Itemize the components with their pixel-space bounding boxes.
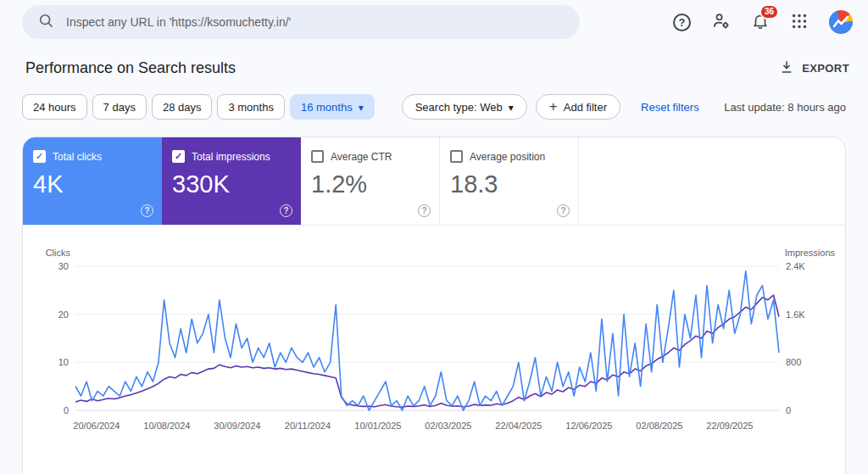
total-impressions-checkbox[interactable] [172, 150, 185, 163]
chevron-down-icon [509, 101, 514, 114]
export-button[interactable]: EXPORT [779, 59, 849, 77]
help-icon[interactable] [418, 204, 431, 217]
metric-label: Average position [470, 151, 545, 163]
page-header: Performance on Search results EXPORT [0, 44, 868, 87]
download-icon [779, 59, 794, 77]
add-filter-button[interactable]: Add filter [536, 94, 620, 120]
svg-text:20: 20 [58, 309, 69, 320]
metric-value: 18.3 [450, 172, 568, 197]
url-inspect-input[interactable] [66, 15, 565, 29]
apps-grid-button[interactable] [790, 12, 809, 33]
svg-text:22/04/2025: 22/04/2025 [495, 421, 542, 431]
metric-label: Total impressions [192, 151, 270, 163]
search-type-dropdown[interactable]: Search type: Web [402, 94, 527, 120]
url-inspect-searchbox[interactable] [22, 5, 580, 39]
metric-tile-total-impressions[interactable]: Total impressions 330K [162, 137, 301, 225]
svg-text:10: 10 [58, 357, 69, 367]
date-range-28-days[interactable]: 28 days [152, 94, 213, 120]
date-range-7-days[interactable]: 7 days [92, 94, 147, 120]
date-range-24-hours[interactable]: 24 hours [22, 94, 87, 120]
svg-text:30/09/2024: 30/09/2024 [214, 421, 260, 431]
search-console-logo[interactable] [829, 10, 853, 34]
svg-text:02/08/2025: 02/08/2025 [636, 421, 682, 431]
average-position-checkbox[interactable] [450, 150, 463, 163]
search-type-label: Search type: Web [415, 101, 503, 114]
svg-text:20/06/2024: 20/06/2024 [73, 421, 120, 431]
svg-text:10/08/2024: 10/08/2024 [143, 421, 190, 431]
performance-card: Total clicks 4K Total impressions 330K A… [22, 137, 846, 474]
performance-chart[interactable]: 0010800201.6K302.4KClicksImpressions20/0… [23, 226, 845, 444]
svg-text:30: 30 [58, 261, 69, 271]
svg-text:Clicks: Clicks [46, 248, 71, 258]
svg-text:22/09/2025: 22/09/2025 [706, 421, 753, 431]
total-clicks-checkbox[interactable] [33, 150, 46, 163]
help-icon [673, 14, 691, 31]
svg-text:20/11/2024: 20/11/2024 [285, 421, 331, 431]
metric-tile-total-clicks[interactable]: Total clicks 4K [23, 137, 162, 225]
help-icon[interactable] [280, 204, 292, 217]
svg-text:02/03/2025: 02/03/2025 [425, 421, 471, 431]
metric-label: Total clicks [53, 151, 102, 163]
metric-value: 330K [172, 172, 291, 197]
apps-grid-icon [790, 12, 809, 33]
user-settings-icon [711, 11, 731, 33]
metric-tile-average-position[interactable]: Average position 18.3 [440, 137, 579, 225]
date-range-label: 16 months [301, 101, 353, 114]
clicks-impressions-chart[interactable]: 0010800201.6K302.4KClicksImpressions20/0… [33, 243, 838, 441]
metric-tile-average-ctr[interactable]: Average CTR 1.2% [301, 137, 440, 225]
search-console-logo-icon [829, 10, 853, 34]
svg-text:12/06/2025: 12/06/2025 [565, 421, 612, 431]
average-ctr-checkbox[interactable] [311, 150, 324, 163]
svg-text:2.4K: 2.4K [786, 261, 805, 271]
svg-text:0: 0 [64, 405, 69, 415]
topbar: 36 [0, 0, 868, 44]
notifications-button[interactable]: 36 [751, 12, 770, 33]
search-icon [37, 12, 54, 32]
help-icon[interactable] [141, 204, 153, 217]
date-range-16-months[interactable]: 16 months [290, 94, 375, 120]
svg-text:800: 800 [786, 357, 801, 367]
metric-value: 1.2% [311, 172, 429, 197]
help-button[interactable] [673, 14, 691, 31]
svg-text:10/01/2025: 10/01/2025 [354, 421, 401, 431]
last-update-text: Last update: 8 hours ago [724, 101, 846, 114]
metric-value: 4K [33, 172, 152, 197]
export-label: EXPORT [802, 62, 849, 75]
date-range-3-months[interactable]: 3 months [217, 94, 284, 120]
filter-bar: 24 hours 7 days 28 days 3 months 16 mont… [0, 87, 868, 126]
svg-text:Impressions: Impressions [785, 248, 836, 258]
user-settings-button[interactable] [711, 11, 731, 33]
metric-label: Average CTR [331, 151, 392, 163]
page-title: Performance on Search results [25, 59, 236, 77]
metric-tiles: Total clicks 4K Total impressions 330K A… [23, 137, 845, 226]
reset-filters-link[interactable]: Reset filters [641, 101, 699, 114]
svg-text:0: 0 [786, 405, 791, 415]
chevron-down-icon [359, 101, 364, 114]
plus-icon [549, 99, 558, 114]
notification-badge: 36 [760, 4, 779, 20]
svg-text:1.6K: 1.6K [786, 309, 805, 320]
help-icon[interactable] [557, 204, 570, 217]
topbar-actions: 36 [673, 10, 853, 34]
add-filter-label: Add filter [564, 101, 607, 114]
